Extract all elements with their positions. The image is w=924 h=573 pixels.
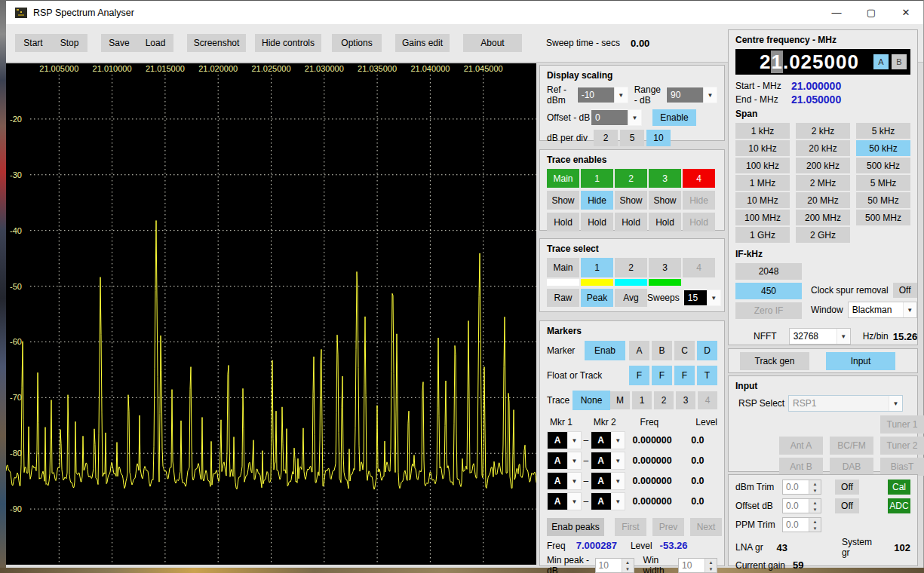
trace-show-hide[interactable]: Hide [581, 191, 613, 210]
trace-select-2[interactable]: 2 [615, 258, 647, 277]
tuner-1-button[interactable]: Tuner 1 [880, 415, 924, 434]
span-500-khz[interactable]: 500 kHz [856, 158, 910, 173]
mkr2-select-1[interactable]: A▼ [591, 431, 625, 449]
span-5-khz[interactable]: 5 kHz [856, 123, 910, 139]
gains-edit-button[interactable]: Gains edit [395, 34, 450, 52]
if-zero-if[interactable]: Zero IF [735, 302, 802, 319]
about-button[interactable]: About [463, 34, 522, 52]
bc-fm-button[interactable]: BC/FM [830, 437, 873, 455]
mkr1-select-3[interactable]: A▼ [547, 472, 582, 490]
span-20-khz[interactable]: 20 kHz [796, 140, 850, 156]
ref-dbm-select[interactable]: -10▼ [577, 87, 628, 103]
span-10-mhz[interactable]: 10 MHz [735, 192, 790, 208]
spectrum-display[interactable]: 21.00500021.01000021.01500021.02000021.0… [6, 63, 536, 565]
marker-trace-1[interactable]: 1 [632, 391, 652, 409]
trace-mode-avg[interactable]: Avg [615, 289, 647, 307]
trace-mode-peak[interactable]: Peak [581, 289, 613, 307]
span-500-mhz[interactable]: 500 MHz [856, 210, 910, 225]
first-peak-button[interactable]: First [615, 518, 646, 536]
trace-enable-4[interactable]: 4 [683, 169, 715, 188]
maximize-button[interactable]: ▢ [854, 1, 889, 24]
cal-button[interactable]: Cal [888, 480, 910, 495]
span-200-mhz[interactable]: 200 MHz [796, 210, 850, 225]
marker-d[interactable]: D [697, 341, 717, 360]
clock-spur-off-button[interactable]: Off [893, 283, 917, 298]
span-1-khz[interactable]: 1 kHz [735, 123, 790, 139]
span-10-khz[interactable]: 10 kHz [735, 140, 790, 156]
db-per-div-5[interactable]: 5 [620, 130, 644, 146]
close-button[interactable]: ✕ [889, 1, 923, 24]
span-200-khz[interactable]: 200 kHz [796, 158, 850, 173]
save-button[interactable]: Save [101, 34, 137, 52]
float-track-f[interactable]: F [674, 366, 695, 385]
trace-hold-hold[interactable]: Hold [649, 213, 681, 231]
trace-hold-hold[interactable]: Hold [615, 213, 647, 231]
offset-db-select[interactable]: 0▼ [591, 109, 642, 126]
span-100-mhz[interactable]: 100 MHz [735, 210, 790, 225]
span-2-ghz[interactable]: 2 GHz [796, 227, 850, 243]
biast-button[interactable]: BiasT [880, 458, 924, 476]
ant-a-button[interactable]: Ant A [779, 437, 823, 455]
span-50-khz[interactable]: 50 kHz [856, 140, 910, 156]
marker-b[interactable]: B [652, 341, 672, 360]
spinner-arrows-icon[interactable]: ▲▼ [622, 559, 634, 572]
trace-enable-3[interactable]: 3 [649, 169, 681, 188]
marker-enab-button[interactable]: Enab [585, 341, 625, 360]
span-5-mhz[interactable]: 5 MHz [856, 175, 910, 191]
span-100-khz[interactable]: 100 kHz [735, 158, 790, 173]
trace-select-1[interactable]: 1 [581, 258, 613, 277]
span-1-ghz[interactable]: 1 GHz [735, 227, 790, 243]
nfft-select[interactable]: 32768▼ [789, 328, 851, 345]
ppm-trim-spinner[interactable]: 0.0 ▲▼ [782, 517, 821, 532]
screenshot-button[interactable]: Screenshot [187, 34, 246, 52]
options-button[interactable]: Options [332, 34, 382, 52]
start-button[interactable]: Start [15, 34, 51, 52]
adc-button[interactable]: ADC [888, 498, 910, 513]
spinner-arrows-icon[interactable]: ▲▼ [809, 499, 821, 513]
if-2048[interactable]: 2048 [735, 263, 802, 280]
trace-enable-2[interactable]: 2 [615, 169, 647, 188]
ant-b-button[interactable]: Ant B [779, 458, 823, 476]
vfo-a-button[interactable]: A [873, 54, 889, 69]
marker-a[interactable]: A [629, 341, 649, 360]
trace-enable-1[interactable]: 1 [581, 169, 613, 188]
marker-trace-m[interactable]: M [610, 391, 630, 409]
mkr2-select-4[interactable]: A▼ [591, 492, 625, 510]
trace-hold-hold[interactable]: Hold [683, 213, 715, 231]
range-db-select[interactable]: 90▼ [666, 87, 717, 103]
window-function-select[interactable]: Blackman▼ [848, 302, 917, 318]
spinner-arrows-icon[interactable]: ▲▼ [705, 559, 717, 572]
trace-mode-raw[interactable]: Raw [547, 289, 579, 307]
span-2-mhz[interactable]: 2 MHz [796, 175, 850, 191]
mkr2-select-3[interactable]: A▼ [591, 472, 625, 490]
mkr1-select-1[interactable]: A▼ [547, 431, 582, 449]
trace-hold-hold[interactable]: Hold [581, 213, 613, 231]
centre-frequency-display[interactable]: 21.025000 A B [735, 49, 910, 75]
minimize-button[interactable]: — [819, 1, 854, 24]
mkr1-select-2[interactable]: A▼ [547, 452, 582, 470]
span-1-mhz[interactable]: 1 MHz [735, 175, 790, 191]
prev-peak-button[interactable]: Prev [652, 518, 684, 536]
tab-track-gen[interactable]: Track gen [740, 352, 809, 370]
tuner-2-button[interactable]: Tuner 2 [880, 437, 924, 455]
dbm-trim-off-button[interactable]: Off [835, 480, 859, 495]
marker-trace-4[interactable]: 4 [698, 391, 717, 409]
trace-show-show[interactable]: Show [649, 191, 681, 210]
marker-trace-3[interactable]: 3 [676, 391, 695, 409]
spinner-arrows-icon[interactable]: ▲▼ [809, 518, 821, 532]
sweeps-select[interactable]: 15▼ [683, 290, 721, 306]
rsp-select[interactable]: RSP1▼ [788, 395, 903, 412]
span-50-mhz[interactable]: 50 MHz [856, 192, 910, 208]
float-track-t[interactable]: T [697, 366, 717, 385]
marker-trace-none-button[interactable]: None [573, 391, 610, 410]
win-width-spinner[interactable]: 10 ▲▼ [678, 558, 717, 573]
db-per-div-10[interactable]: 10 [646, 130, 671, 146]
marker-trace-2[interactable]: 2 [654, 391, 674, 409]
offset-db-off-button[interactable]: Off [835, 498, 859, 513]
marker-c[interactable]: C [674, 341, 695, 360]
enable-button[interactable]: Enable [652, 109, 696, 126]
if-450[interactable]: 450 [735, 283, 802, 299]
trace-select-main[interactable]: Main [547, 258, 579, 277]
next-peak-button[interactable]: Next [690, 518, 722, 536]
span-2-khz[interactable]: 2 kHz [796, 123, 850, 139]
